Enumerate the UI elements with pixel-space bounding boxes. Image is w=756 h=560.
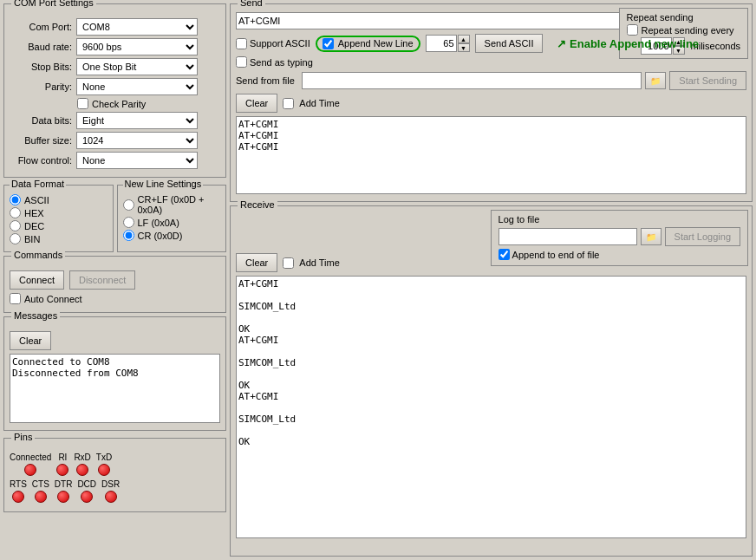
messages-label: Messages — [11, 310, 60, 321]
pins-group: Pins Connected RI RxD — [3, 438, 226, 512]
receive-clear-button[interactable]: Clear — [236, 253, 277, 272]
pin-ri: RI — [56, 453, 68, 476]
pin-dtr: DTR — [55, 479, 73, 503]
com-port-settings-group: COM Port Settings Com Port: COM8 Baud ra… — [3, 3, 226, 178]
data-bits-label: Data bits: — [10, 115, 72, 126]
parity-label: Parity: — [10, 81, 72, 92]
baud-rate-select[interactable]: 9600 bps — [76, 38, 198, 55]
data-format-ascii-label: ASCII — [24, 195, 49, 205]
send-textarea[interactable]: AT+CGMI AT+CGMI AT+CGMI — [236, 116, 746, 194]
start-logging-button[interactable]: Start Logging — [665, 227, 740, 246]
newline-lf-radio[interactable] — [123, 217, 134, 228]
append-new-line-checkbox[interactable] — [323, 38, 334, 49]
data-format-bin-label: BIN — [24, 234, 40, 244]
messages-group: Messages Clear Connected to COM8 Disconn… — [3, 316, 226, 431]
repeat-ms-input[interactable] — [641, 37, 672, 55]
repeat-every-label: Repeat sending every — [642, 25, 734, 36]
send-file-browse-button[interactable]: 📁 — [645, 72, 666, 89]
pin-txd-led — [98, 464, 110, 476]
data-bits-select[interactable]: Eight — [76, 112, 198, 129]
data-format-label: Data Format — [10, 179, 66, 189]
send-clear-button[interactable]: Clear — [236, 94, 277, 113]
repeat-sending-group: Repeat sending Repeat sending every ▲ ▼ … — [619, 8, 748, 59]
disconnect-button[interactable]: Disconnect — [69, 270, 135, 290]
com-port-select[interactable]: COM8 — [76, 18, 198, 36]
data-format-ascii-radio[interactable] — [10, 194, 21, 205]
data-format-hex-radio[interactable] — [10, 207, 21, 218]
data-format-hex-label: HEX — [24, 208, 44, 218]
pin-cts: CTS — [32, 479, 49, 503]
messages-textarea[interactable]: Connected to COM8 Disconnected from COM8 — [10, 354, 220, 423]
pin-cts-led — [35, 491, 47, 503]
pin-connected-led — [24, 464, 36, 476]
repeat-ms-up-button[interactable]: ▲ — [673, 37, 685, 46]
send-file-input[interactable] — [302, 72, 642, 89]
data-format-group: Data Format ASCII HEX DEC — [3, 185, 114, 252]
receive-textarea[interactable]: AT+CGMI SIMCOM_Ltd OK AT+CGMI SIMCOM_Ltd… — [236, 276, 746, 538]
send-as-typing-checkbox[interactable] — [236, 56, 247, 68]
repeat-ms-down-button[interactable]: ▼ — [673, 46, 685, 55]
log-to-file-label: Log to file — [499, 214, 540, 225]
auto-connect-label: Auto Connect — [24, 294, 82, 304]
send-add-time-checkbox[interactable] — [283, 98, 294, 109]
flow-control-select[interactable]: None — [76, 152, 198, 169]
pin-connected: Connected — [10, 453, 51, 476]
commands-label: Commands — [11, 250, 65, 260]
newline-cr-radio[interactable] — [123, 230, 134, 241]
start-sending-button[interactable]: Start Sending — [669, 71, 746, 90]
milliseconds-label: miliseconds — [691, 41, 740, 51]
ascii-up-button[interactable]: ▲ — [458, 35, 470, 43]
pin-rxd: RxD — [74, 453, 90, 476]
pin-dtr-led — [57, 491, 69, 503]
send-add-time-label: Add Time — [299, 98, 339, 108]
parity-select[interactable]: None — [76, 78, 198, 95]
data-format-dec-label: DEC — [24, 221, 44, 231]
receive-group: Receive Log to file 📁 Start Logging Appe… — [230, 205, 753, 557]
pin-rts-led — [12, 491, 24, 503]
append-to-file-checkbox[interactable] — [499, 249, 510, 260]
repeat-sending-checkbox[interactable] — [627, 24, 638, 36]
new-line-settings-label: New Line Settings — [123, 179, 204, 189]
com-port-settings-label: COM Port Settings — [11, 0, 96, 8]
messages-clear-button[interactable]: Clear — [10, 331, 51, 350]
pin-dsr: DSR — [101, 479, 120, 503]
pin-ri-led — [56, 464, 68, 476]
newline-lf-label: LF (0x0A) — [138, 218, 179, 228]
new-line-settings-group: New Line Settings CR+LF (0x0D + 0x0A) LF… — [117, 185, 227, 252]
pin-dcd: DCD — [77, 479, 96, 503]
send-ascii-button[interactable]: Send ASCII — [475, 34, 544, 53]
pin-dsr-led — [105, 491, 117, 503]
baud-rate-label: Baud rate: — [10, 42, 72, 52]
send-group-label: Send — [238, 0, 265, 8]
append-new-line-label: Append New Line — [338, 38, 414, 49]
pin-rts: RTS — [10, 479, 27, 503]
stop-bits-label: Stop Bits: — [10, 62, 72, 72]
send-as-typing-label: Send as typing — [250, 57, 313, 68]
ascii-down-button[interactable]: ▼ — [458, 43, 470, 52]
log-file-browse-button[interactable]: 📁 — [641, 228, 662, 245]
auto-connect-checkbox[interactable] — [10, 293, 21, 304]
commands-group: Commands Connect Disconnect Auto Connect — [3, 256, 226, 313]
buffer-size-select[interactable]: 1024 — [76, 132, 198, 149]
pin-dcd-led — [81, 491, 93, 503]
send-group: Send Repeat sending Repeat sending every… — [230, 3, 753, 202]
support-ascii-label: Support ASCII — [250, 38, 310, 49]
receive-group-label: Receive — [238, 199, 277, 210]
pins-label: Pins — [11, 432, 35, 442]
data-format-bin-radio[interactable] — [10, 233, 21, 244]
log-file-input[interactable] — [499, 228, 637, 245]
check-parity-checkbox[interactable] — [77, 98, 88, 109]
log-to-file-group: Log to file 📁 Start Logging Append to en… — [491, 210, 748, 266]
log-folder-icon: 📁 — [646, 232, 656, 242]
receive-add-time-checkbox[interactable] — [283, 257, 294, 269]
repeat-sending-label: Repeat sending — [627, 12, 694, 23]
data-format-dec-radio[interactable] — [10, 220, 21, 231]
support-ascii-checkbox[interactable] — [236, 38, 247, 49]
stop-bits-select[interactable]: One Stop Bit — [76, 58, 198, 75]
pin-rxd-led — [76, 464, 88, 476]
com-port-label: Com Port: — [10, 22, 72, 32]
buffer-size-label: Buffer size: — [10, 135, 72, 146]
connect-button[interactable]: Connect — [10, 270, 64, 290]
ascii-value-input[interactable] — [426, 35, 457, 52]
newline-crlf-radio[interactable] — [123, 199, 134, 211]
